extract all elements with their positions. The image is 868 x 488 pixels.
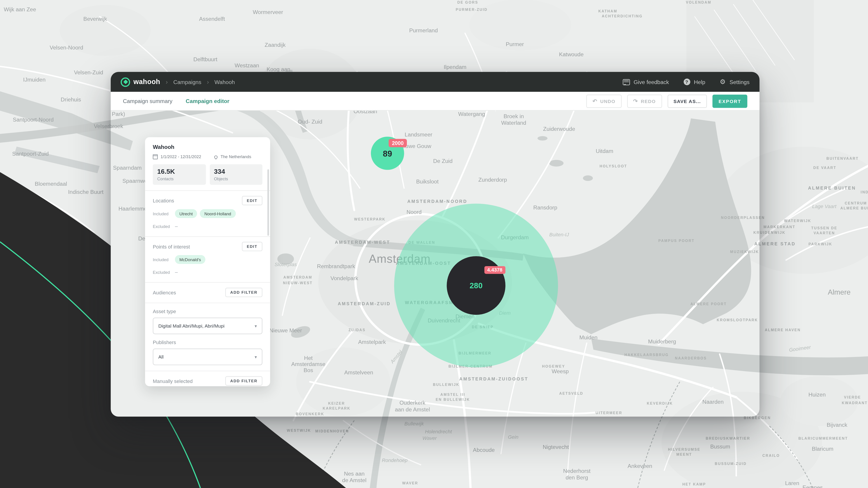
publishers-value: All xyxy=(158,354,163,359)
app-header: wahooh › Campaigns › Wahooh Give feedbac… xyxy=(111,72,760,92)
asset-type-select[interactable]: Digital Mall Abri/Mupi, Abri/Mupi ▾ xyxy=(153,318,262,334)
poi-excluded-value: – xyxy=(175,269,178,275)
export-button[interactable]: EXPORT xyxy=(712,94,747,108)
included-label: Included xyxy=(153,257,175,262)
brand-name[interactable]: wahooh xyxy=(133,78,160,86)
poi-tag: McDonald's xyxy=(175,255,206,264)
breadcrumb-chevron-icon: › xyxy=(166,78,168,85)
settings-button[interactable]: ⚙ Settings xyxy=(720,78,749,85)
included-label: Included xyxy=(153,211,175,216)
asset-type-label: Asset type xyxy=(153,309,262,314)
give-feedback-label: Give feedback xyxy=(633,79,669,85)
objects-label: Objects xyxy=(214,176,258,182)
breadcrumb-chevron-icon: › xyxy=(207,78,209,85)
locations-label: Locations xyxy=(153,198,174,203)
campaign-title: Wahooh xyxy=(153,144,262,150)
poi-label: Points of interest xyxy=(153,244,190,249)
redo-label: REDO xyxy=(641,98,656,104)
poi-edit-button[interactable]: EDIT xyxy=(242,242,262,251)
objects-stat: 334 Objects xyxy=(210,164,262,185)
publishers-label: Publishers xyxy=(153,340,262,345)
breadcrumb-campaigns[interactable]: Campaigns xyxy=(174,79,202,85)
selection-badge: 4.4378 xyxy=(485,266,505,274)
undo-label: UNDO xyxy=(600,98,615,104)
audiences-add-filter-button[interactable]: ADD FILTER xyxy=(225,288,262,297)
contacts-stat: 16.5K Contacts xyxy=(153,164,206,185)
card-scrollbar[interactable] xyxy=(267,169,269,236)
undo-icon: ↶ xyxy=(592,98,597,104)
location-pin-icon xyxy=(214,155,219,159)
breadcrumb-current: Wahooh xyxy=(215,79,235,85)
chevron-down-icon: ▾ xyxy=(254,355,257,359)
selection-marker[interactable]: 280 xyxy=(447,256,505,315)
redo-icon: ↷ xyxy=(633,98,638,104)
tab-bar: Campaign summary Campaign editor ↶ UNDO … xyxy=(111,92,760,111)
excluded-label: Excluded xyxy=(153,270,175,275)
contacts-value: 16.5K xyxy=(157,168,202,175)
objects-value: 334 xyxy=(214,168,258,175)
manually-selected-add-filter-button[interactable]: ADD FILTER xyxy=(225,376,262,386)
help-label: Help xyxy=(694,79,705,85)
audiences-label: Audiences xyxy=(153,290,176,295)
gear-icon: ⚙ xyxy=(720,78,725,85)
excluded-label: Excluded xyxy=(153,224,175,229)
chevron-down-icon: ▾ xyxy=(254,323,257,328)
location-tag: Noord-Holland xyxy=(200,209,236,218)
save-as-button[interactable]: SAVE AS... xyxy=(667,94,707,108)
publishers-select[interactable]: All ▾ xyxy=(153,349,262,365)
settings-label: Settings xyxy=(730,79,749,85)
give-feedback-button[interactable]: Give feedback xyxy=(622,79,669,85)
tab-campaign-editor[interactable]: Campaign editor xyxy=(186,98,229,104)
date-range: 1/1/2022 - 12/31/2022 xyxy=(160,154,201,159)
campaign-card: Wahooh 1/1/2022 - 12/31/2022 The Netherl… xyxy=(145,137,270,386)
feedback-icon xyxy=(622,79,630,85)
asset-type-value: Digital Mall Abri/Mupi, Abri/Mupi xyxy=(158,323,224,328)
calendar-icon xyxy=(153,154,158,159)
locations-excluded-value: – xyxy=(175,223,178,229)
contacts-label: Contacts xyxy=(157,176,202,182)
help-button[interactable]: ? Help xyxy=(683,78,705,85)
country: The Netherlands xyxy=(221,154,251,159)
help-icon: ? xyxy=(683,78,690,85)
tab-campaign-summary[interactable]: Campaign summary xyxy=(123,98,173,104)
locations-included-tags: UtrechtNoord-Holland xyxy=(175,209,236,218)
undo-button[interactable]: ↶ UNDO xyxy=(586,94,621,108)
redo-button[interactable]: ↷ REDO xyxy=(627,94,662,108)
location-tag: Utrecht xyxy=(175,209,197,218)
manually-selected-label: Manually selected xyxy=(153,378,193,384)
screen: Wijk aan ZeeBeverwijkAssendelftWormervee… xyxy=(0,0,868,488)
locations-edit-button[interactable]: EDIT xyxy=(242,196,262,205)
cluster-badge: 2000 xyxy=(389,139,407,147)
wahooh-logo-icon[interactable] xyxy=(121,77,130,87)
poi-included-tags: McDonald's xyxy=(175,255,206,264)
